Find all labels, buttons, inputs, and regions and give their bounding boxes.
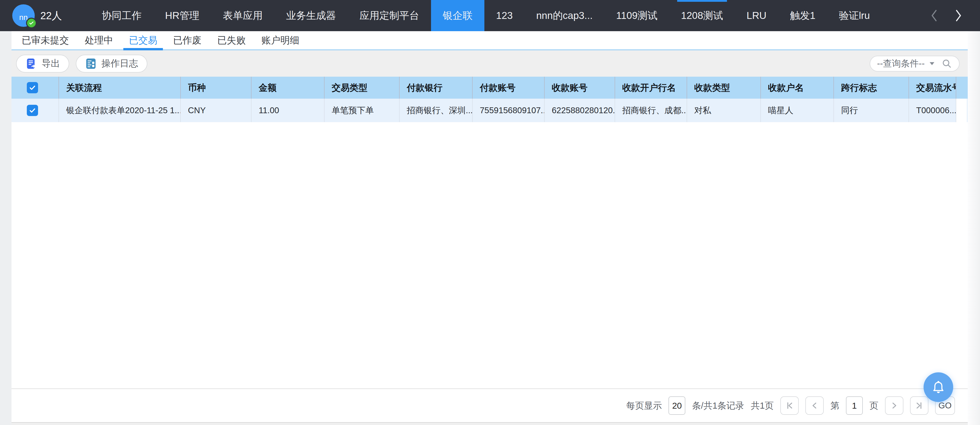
column-label: 金额 (259, 82, 277, 94)
tab-label: 已交易 (129, 34, 157, 47)
cell-跨行标志: 同行 (834, 99, 908, 122)
cell-text: 对私 (694, 105, 711, 116)
query-condition-value: --查询条件-- (873, 58, 929, 70)
page-size-label: 每页显示 (626, 400, 662, 412)
page-suffix-label: 页 (869, 400, 878, 412)
column-label: 收款开户行名 (622, 82, 676, 94)
nav-item-8[interactable]: nnn的cap3... (525, 0, 605, 31)
nav-item-label: nnn的cap3... (536, 9, 593, 22)
nav-item-11[interactable]: LRU (735, 0, 778, 31)
cell-text: CNY (188, 105, 206, 115)
transactions-table: 关联流程币种金额交易类型付款银行付款账号收款账号收款开户行名收款类型收款户名跨行… (11, 77, 968, 122)
export-button[interactable]: 导出 (16, 55, 69, 73)
row-checkbox[interactable] (27, 105, 38, 116)
nav-item-2[interactable]: HR管理 (153, 0, 211, 31)
nav-scroll-arrows (930, 9, 963, 22)
tab-2[interactable]: 处理中 (79, 31, 119, 50)
nav-scroll-right-icon[interactable] (955, 9, 963, 22)
column-label: 收款户名 (768, 82, 804, 94)
first-page-icon (785, 401, 794, 410)
nav-item-5[interactable]: 应用定制平台 (348, 0, 431, 31)
cell-text: 7559156809107... (480, 105, 544, 115)
nav-item-7[interactable]: 123 (484, 0, 525, 31)
notification-fab[interactable] (924, 372, 953, 402)
column-header-收款开户行名[interactable]: 收款开户行名 (615, 77, 687, 99)
column-header-付款账号[interactable]: 付款账号 (472, 77, 544, 99)
column-header-金额[interactable]: 金额 (251, 77, 324, 99)
nav-tab-top-indicator (677, 0, 727, 2)
nav-item-label: 1109测试 (616, 9, 657, 22)
column-label: 付款银行 (407, 82, 442, 94)
next-page-icon (890, 401, 899, 410)
prev-page-button[interactable] (805, 396, 824, 415)
total-pages-label: 共1页 (751, 400, 774, 412)
cell-text: 11.00 (259, 105, 279, 115)
nav-item-label: 验证lru (839, 9, 870, 22)
nav-item-label: 触发1 (790, 9, 816, 22)
bell-icon (931, 379, 946, 395)
nav-item-13[interactable]: 验证lru (827, 0, 881, 31)
tab-1[interactable]: 已审未提交 (16, 31, 75, 50)
avatar[interactable]: nn (12, 4, 35, 27)
cell-币种: CNY (180, 99, 251, 122)
cell-收款类型: 对私 (687, 99, 760, 122)
operation-log-button[interactable]: 操作日志 (76, 55, 147, 73)
tab-4[interactable]: 已作废 (167, 31, 207, 50)
column-header-币种[interactable]: 币种 (180, 77, 251, 99)
nav-item-label: HR管理 (165, 9, 199, 22)
column-header-收款账号[interactable]: 收款账号 (544, 77, 615, 99)
table-body: 银企联付款表单2020-11-25 1...CNY11.00单笔预下单招商银行、… (11, 99, 968, 122)
nav-item-label: 表单应用 (223, 9, 263, 22)
tab-3[interactable]: 已交易 (123, 31, 163, 50)
scrollbar-gutter[interactable] (968, 31, 980, 425)
tab-label: 已作废 (173, 34, 202, 47)
column-header-filler (956, 77, 967, 99)
nav-item-10[interactable]: 1208测试 (669, 0, 735, 31)
nav-scroll-left-icon[interactable] (930, 9, 938, 22)
column-header-收款类型[interactable]: 收款类型 (687, 77, 760, 99)
first-page-button[interactable] (780, 396, 799, 415)
cell-收款开户行名: 招商银行、成都... (615, 99, 687, 122)
column-label: 交易类型 (332, 82, 368, 94)
column-header-checkbox (11, 77, 59, 99)
column-label: 收款账号 (552, 82, 587, 94)
column-label: 跨行标志 (841, 82, 877, 94)
tab-6[interactable]: 账户明细 (256, 31, 305, 50)
cell-收款户名: 喵星人 (760, 99, 834, 122)
cell-收款账号: 6225880280120... (544, 99, 615, 122)
column-header-交易流水号[interactable]: 交易流水号 (908, 77, 956, 99)
nav-item-4[interactable]: 业务生成器 (275, 0, 348, 31)
column-header-关联流程[interactable]: 关联流程 (59, 77, 180, 99)
page-size-input[interactable] (668, 396, 685, 415)
last-page-button[interactable] (910, 396, 928, 415)
nav-item-12[interactable]: 触发1 (778, 0, 827, 31)
prev-page-icon (810, 401, 819, 410)
cell-text: 银企联付款表单2020-11-25 1... (66, 105, 180, 116)
cell-text: T000006... (916, 105, 956, 115)
nav-item-label: 银企联 (443, 9, 473, 22)
main-content: 已审未提交处理中已交易已作废已失败账户明细 导出 操作日志 --查询条件-- (11, 31, 968, 425)
nav-item-1[interactable]: 协同工作 (90, 0, 153, 31)
nav-item-6[interactable]: 银企联 (431, 0, 484, 31)
nav-item-3[interactable]: 表单应用 (211, 0, 275, 31)
query-condition-select[interactable]: --查询条件-- (870, 56, 959, 72)
select-all-checkbox[interactable] (27, 82, 38, 93)
column-header-交易类型[interactable]: 交易类型 (324, 77, 399, 99)
table-row[interactable]: 银企联付款表单2020-11-25 1...CNY11.00单笔预下单招商银行、… (11, 99, 968, 122)
cell-关联流程: 银企联付款表单2020-11-25 1... (59, 99, 180, 122)
cell-付款银行: 招商银行、深圳... (399, 99, 472, 122)
tab-label: 账户明细 (261, 34, 299, 47)
nav-item-label: 应用定制平台 (360, 9, 419, 22)
nav-item-label: 协同工作 (102, 9, 142, 22)
current-page-input[interactable] (846, 396, 863, 415)
column-header-跨行标志[interactable]: 跨行标志 (834, 77, 908, 99)
column-header-收款户名[interactable]: 收款户名 (760, 77, 834, 99)
left-gutter (0, 31, 11, 425)
next-page-button[interactable] (885, 396, 904, 415)
search-icon[interactable] (942, 59, 952, 69)
column-header-付款银行[interactable]: 付款银行 (399, 77, 472, 99)
tab-5[interactable]: 已失败 (212, 31, 251, 50)
page-prefix-label: 第 (830, 400, 839, 412)
nav-item-9[interactable]: 1109测试 (605, 0, 669, 31)
column-label: 收款类型 (694, 82, 730, 94)
